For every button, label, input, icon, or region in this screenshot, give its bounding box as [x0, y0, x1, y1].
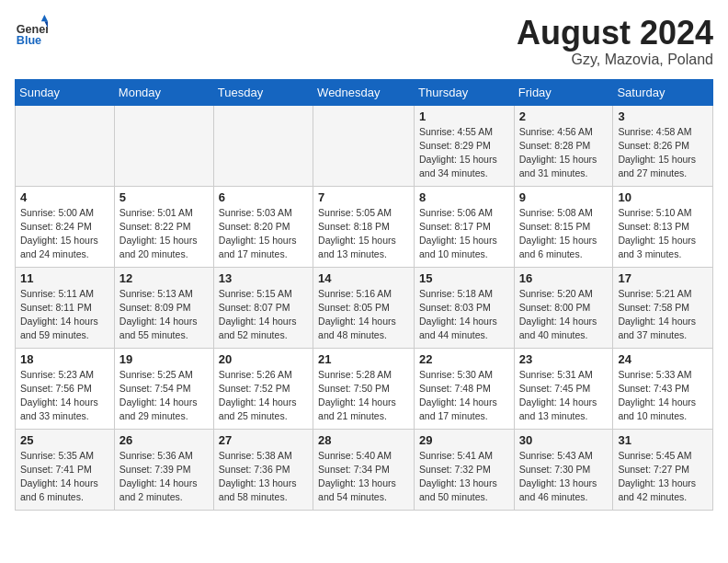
day-number: 5 [119, 190, 209, 204]
day-info: Sunrise: 5:23 AM Sunset: 7:56 PM Dayligh… [20, 368, 109, 424]
calendar-cell: 13Sunrise: 5:15 AM Sunset: 8:07 PM Dayli… [213, 267, 313, 348]
day-number: 14 [318, 271, 409, 285]
weekday-header-tuesday: Tuesday [213, 79, 313, 105]
day-info: Sunrise: 4:58 AM Sunset: 8:26 PM Dayligh… [618, 125, 708, 181]
calendar-cell: 7Sunrise: 5:05 AM Sunset: 8:18 PM Daylig… [313, 186, 415, 267]
calendar-cell: 26Sunrise: 5:36 AM Sunset: 7:39 PM Dayli… [114, 429, 213, 510]
weekday-header-row: SundayMondayTuesdayWednesdayThursdayFrid… [16, 79, 713, 105]
day-info: Sunrise: 5:33 AM Sunset: 7:43 PM Dayligh… [618, 368, 708, 424]
day-info: Sunrise: 5:28 AM Sunset: 7:50 PM Dayligh… [318, 368, 409, 424]
calendar-cell: 25Sunrise: 5:35 AM Sunset: 7:41 PM Dayli… [16, 429, 115, 510]
calendar-cell: 11Sunrise: 5:11 AM Sunset: 8:11 PM Dayli… [16, 267, 115, 348]
day-number: 27 [219, 433, 308, 447]
day-info: Sunrise: 5:43 AM Sunset: 7:30 PM Dayligh… [519, 449, 609, 505]
calendar-week-row: 4Sunrise: 5:00 AM Sunset: 8:24 PM Daylig… [16, 186, 713, 267]
day-number: 17 [618, 271, 708, 285]
day-number: 21 [318, 352, 409, 366]
day-number: 2 [519, 109, 609, 123]
calendar-cell: 5Sunrise: 5:01 AM Sunset: 8:22 PM Daylig… [114, 186, 213, 267]
calendar-cell: 3Sunrise: 4:58 AM Sunset: 8:26 PM Daylig… [613, 105, 713, 186]
calendar-cell: 31Sunrise: 5:45 AM Sunset: 7:27 PM Dayli… [613, 429, 713, 510]
calendar-cell: 27Sunrise: 5:38 AM Sunset: 7:36 PM Dayli… [213, 429, 313, 510]
day-info: Sunrise: 5:00 AM Sunset: 8:24 PM Dayligh… [20, 206, 109, 262]
day-info: Sunrise: 5:31 AM Sunset: 7:45 PM Dayligh… [519, 368, 609, 424]
calendar-cell: 8Sunrise: 5:06 AM Sunset: 8:17 PM Daylig… [415, 186, 515, 267]
calendar-cell [16, 105, 115, 186]
title-block: August 2024 Gzy, Mazovia, Poland [517, 15, 713, 68]
calendar-cell: 16Sunrise: 5:20 AM Sunset: 8:00 PM Dayli… [514, 267, 613, 348]
day-info: Sunrise: 5:13 AM Sunset: 8:09 PM Dayligh… [119, 287, 209, 343]
day-number: 6 [219, 190, 308, 204]
day-number: 31 [618, 433, 708, 447]
day-number: 4 [20, 190, 109, 204]
day-info: Sunrise: 5:21 AM Sunset: 7:58 PM Dayligh… [618, 287, 708, 343]
day-number: 3 [618, 109, 708, 123]
calendar-cell [313, 105, 415, 186]
logo: General Blue [15, 15, 48, 48]
day-number: 18 [20, 352, 109, 366]
day-number: 12 [119, 271, 209, 285]
calendar-cell: 22Sunrise: 5:30 AM Sunset: 7:48 PM Dayli… [415, 348, 515, 429]
location: Gzy, Mazovia, Poland [517, 52, 713, 68]
day-number: 11 [20, 271, 109, 285]
day-info: Sunrise: 5:30 AM Sunset: 7:48 PM Dayligh… [419, 368, 509, 424]
day-info: Sunrise: 5:15 AM Sunset: 8:07 PM Dayligh… [219, 287, 308, 343]
day-number: 13 [219, 271, 308, 285]
calendar-cell [114, 105, 213, 186]
day-number: 8 [419, 190, 509, 204]
weekday-header-saturday: Saturday [613, 79, 713, 105]
day-number: 10 [618, 190, 708, 204]
calendar-cell: 9Sunrise: 5:08 AM Sunset: 8:15 PM Daylig… [514, 186, 613, 267]
svg-marker-2 [41, 15, 48, 21]
page-header: General Blue August 2024 Gzy, Mazovia, P… [15, 15, 713, 68]
calendar-week-row: 18Sunrise: 5:23 AM Sunset: 7:56 PM Dayli… [16, 348, 713, 429]
day-info: Sunrise: 5:36 AM Sunset: 7:39 PM Dayligh… [119, 449, 209, 505]
day-info: Sunrise: 5:08 AM Sunset: 8:15 PM Dayligh… [519, 206, 609, 262]
day-info: Sunrise: 5:03 AM Sunset: 8:20 PM Dayligh… [219, 206, 308, 262]
day-info: Sunrise: 5:18 AM Sunset: 8:03 PM Dayligh… [419, 287, 509, 343]
calendar-cell: 30Sunrise: 5:43 AM Sunset: 7:30 PM Dayli… [514, 429, 613, 510]
calendar-cell: 18Sunrise: 5:23 AM Sunset: 7:56 PM Dayli… [16, 348, 115, 429]
calendar-cell: 10Sunrise: 5:10 AM Sunset: 8:13 PM Dayli… [613, 186, 713, 267]
weekday-header-wednesday: Wednesday [313, 79, 415, 105]
day-number: 22 [419, 352, 509, 366]
day-number: 23 [519, 352, 609, 366]
day-info: Sunrise: 4:55 AM Sunset: 8:29 PM Dayligh… [419, 125, 509, 181]
weekday-header-friday: Friday [514, 79, 613, 105]
day-number: 29 [419, 433, 509, 447]
day-number: 9 [519, 190, 609, 204]
calendar-week-row: 25Sunrise: 5:35 AM Sunset: 7:41 PM Dayli… [16, 429, 713, 510]
day-number: 15 [419, 271, 509, 285]
calendar-cell: 29Sunrise: 5:41 AM Sunset: 7:32 PM Dayli… [415, 429, 515, 510]
weekday-header-monday: Monday [114, 79, 213, 105]
weekday-header-sunday: Sunday [16, 79, 115, 105]
day-info: Sunrise: 5:41 AM Sunset: 7:32 PM Dayligh… [419, 449, 509, 505]
calendar-cell: 23Sunrise: 5:31 AM Sunset: 7:45 PM Dayli… [514, 348, 613, 429]
calendar-cell: 28Sunrise: 5:40 AM Sunset: 7:34 PM Dayli… [313, 429, 415, 510]
calendar-cell: 2Sunrise: 4:56 AM Sunset: 8:28 PM Daylig… [514, 105, 613, 186]
day-info: Sunrise: 5:38 AM Sunset: 7:36 PM Dayligh… [219, 449, 308, 505]
calendar-cell: 14Sunrise: 5:16 AM Sunset: 8:05 PM Dayli… [313, 267, 415, 348]
day-info: Sunrise: 5:20 AM Sunset: 8:00 PM Dayligh… [519, 287, 609, 343]
day-info: Sunrise: 5:10 AM Sunset: 8:13 PM Dayligh… [618, 206, 708, 262]
day-number: 1 [419, 109, 509, 123]
day-number: 30 [519, 433, 609, 447]
day-info: Sunrise: 5:06 AM Sunset: 8:17 PM Dayligh… [419, 206, 509, 262]
calendar-cell: 20Sunrise: 5:26 AM Sunset: 7:52 PM Dayli… [213, 348, 313, 429]
calendar-cell: 24Sunrise: 5:33 AM Sunset: 7:43 PM Dayli… [613, 348, 713, 429]
month-year: August 2024 [517, 15, 713, 52]
calendar-cell: 12Sunrise: 5:13 AM Sunset: 8:09 PM Dayli… [114, 267, 213, 348]
day-number: 26 [119, 433, 209, 447]
calendar-cell: 1Sunrise: 4:55 AM Sunset: 8:29 PM Daylig… [415, 105, 515, 186]
calendar-week-row: 1Sunrise: 4:55 AM Sunset: 8:29 PM Daylig… [16, 105, 713, 186]
day-info: Sunrise: 5:45 AM Sunset: 7:27 PM Dayligh… [618, 449, 708, 505]
calendar-cell: 6Sunrise: 5:03 AM Sunset: 8:20 PM Daylig… [213, 186, 313, 267]
calendar-table: SundayMondayTuesdayWednesdayThursdayFrid… [15, 79, 713, 511]
day-info: Sunrise: 5:26 AM Sunset: 7:52 PM Dayligh… [219, 368, 308, 424]
calendar-cell: 4Sunrise: 5:00 AM Sunset: 8:24 PM Daylig… [16, 186, 115, 267]
day-info: Sunrise: 5:25 AM Sunset: 7:54 PM Dayligh… [119, 368, 209, 424]
day-number: 25 [20, 433, 109, 447]
calendar-week-row: 11Sunrise: 5:11 AM Sunset: 8:11 PM Dayli… [16, 267, 713, 348]
calendar-cell: 19Sunrise: 5:25 AM Sunset: 7:54 PM Dayli… [114, 348, 213, 429]
calendar-cell: 17Sunrise: 5:21 AM Sunset: 7:58 PM Dayli… [613, 267, 713, 348]
